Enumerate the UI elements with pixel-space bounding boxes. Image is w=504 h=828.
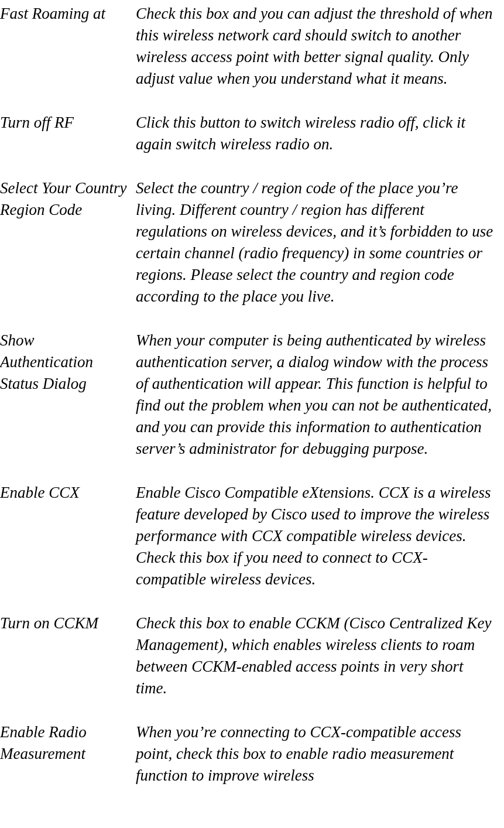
term-label: Enable CCX xyxy=(0,482,136,504)
term-label: Turn off RF xyxy=(0,112,136,134)
table-row: Turn on CCKM Check this box to enable CC… xyxy=(0,613,504,699)
term-description: Check this box and you can adjust the th… xyxy=(136,3,504,90)
table-row: Fast Roaming at Check this box and you c… xyxy=(0,3,504,90)
term-description: Enable Cisco Compatible eXtensions. CCX … xyxy=(136,482,504,590)
term-label: Enable Radio Measurement xyxy=(0,721,136,765)
term-description: Select the country / region code of the … xyxy=(136,177,504,307)
term-label: Fast Roaming at xyxy=(0,3,136,25)
term-description: When your computer is being authenticate… xyxy=(136,330,504,460)
term-label: Show Authentication Status Dialog xyxy=(0,330,136,395)
term-label: Turn on CCKM xyxy=(0,613,136,634)
term-description: When you’re connecting to CCX-compatible… xyxy=(136,721,504,786)
term-description: Click this button to switch wireless rad… xyxy=(136,112,504,155)
table-row: Turn off RF Click this button to switch … xyxy=(0,112,504,155)
table-row: Select Your Country Region Code Select t… xyxy=(0,177,504,307)
definition-list: Fast Roaming at Check this box and you c… xyxy=(0,0,504,786)
term-label: Select Your Country Region Code xyxy=(0,177,136,221)
table-row: Show Authentication Status Dialog When y… xyxy=(0,330,504,460)
table-row: Enable Radio Measurement When you’re con… xyxy=(0,721,504,786)
table-row: Enable CCX Enable Cisco Compatible eXten… xyxy=(0,482,504,590)
term-description: Check this box to enable CCKM (Cisco Cen… xyxy=(136,613,504,699)
